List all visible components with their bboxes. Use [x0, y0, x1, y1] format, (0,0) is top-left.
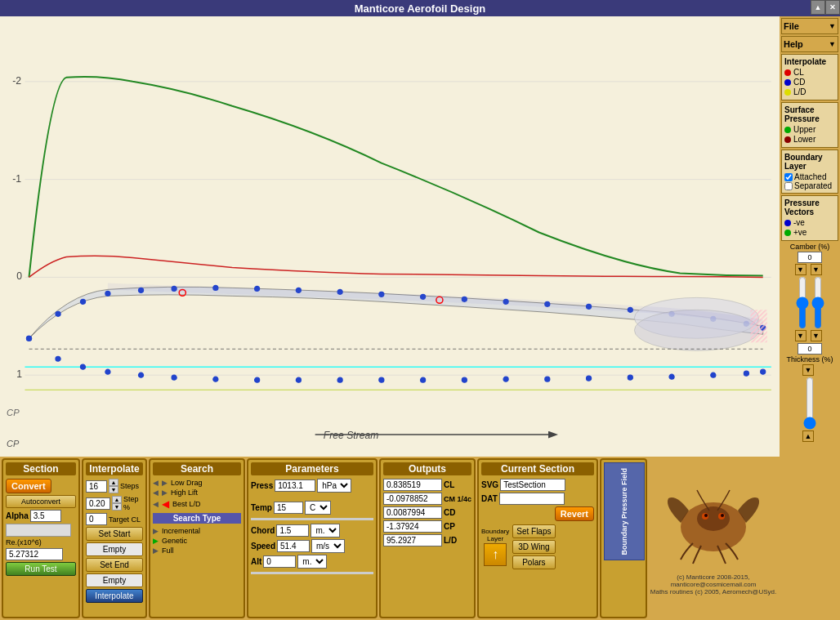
close-button[interactable]: ✕ [825, 0, 840, 15]
file-menu-button[interactable]: File ▼ [781, 18, 838, 34]
camber-down-btn[interactable]: ▼ [795, 264, 806, 275]
camber-slider2[interactable] [811, 276, 825, 329]
boundary-pressure-field-label: Boundary Pressure Field [620, 468, 628, 555]
svg-point-48 [587, 376, 592, 381]
svg-point-53 [761, 369, 766, 374]
alt-label: Alt [251, 557, 261, 566]
help-menu-button[interactable]: Help ▼ [781, 36, 838, 52]
alt-unit-select[interactable]: m. [297, 555, 327, 569]
svg-point-15 [105, 291, 110, 296]
temp-input[interactable] [274, 502, 303, 514]
cd-output-label: CD [444, 508, 455, 517]
pos-legend-label: +ve [793, 228, 806, 237]
svg-point-50 [669, 374, 674, 379]
window-controls: ▲ ✕ [811, 0, 840, 15]
press-input[interactable] [275, 479, 315, 492]
section-panel: Section Convert Autoconvert Alpha Re.(x1… [2, 458, 80, 618]
copyright-label: (c) Manticore 2008-2015, [677, 573, 749, 581]
chord-unit-select[interactable]: m. [311, 524, 340, 537]
re-input[interactable] [6, 548, 63, 560]
svg-point-65 [697, 506, 730, 531]
set-end-button[interactable]: Set End [86, 558, 143, 572]
attached-checkbox[interactable] [784, 173, 793, 181]
pressure-vectors-legend: PressureVectors -ve +ve [781, 195, 838, 241]
set-start-button[interactable]: Set Start [86, 527, 143, 541]
run-test-button[interactable]: Run Test [6, 562, 76, 576]
speed-unit-select[interactable]: m/s [311, 539, 345, 553]
cd-dot [784, 79, 791, 86]
alpha-slider[interactable] [6, 524, 71, 537]
svg-text:CP: CP [7, 408, 20, 417]
full-label: Full [162, 546, 174, 555]
temp-unit-select[interactable]: C [305, 501, 331, 515]
empty2-button[interactable]: Empty [86, 573, 143, 587]
camber-right-down-btn[interactable]: ▼ [811, 264, 822, 275]
boundary-pressure-field-button[interactable]: Boundary Pressure Field [604, 462, 645, 560]
alpha-input[interactable] [30, 510, 61, 522]
empty1-button[interactable]: Empty [86, 542, 143, 556]
maximize-button[interactable]: ▲ [811, 0, 825, 15]
set-flaps-button[interactable]: Set Flaps [512, 524, 555, 538]
parameters-panel: Parameters Press hPa Temp C Chord m. [247, 458, 378, 618]
step-pct-up[interactable]: ▲ [112, 496, 122, 503]
boundary-layer-indicator: ↑ [484, 543, 507, 566]
dat-input[interactable] [499, 493, 565, 505]
alt-input[interactable] [263, 555, 296, 568]
steps-input[interactable] [86, 480, 107, 493]
convert-button[interactable]: Convert [6, 479, 51, 493]
cl-dot [784, 69, 791, 76]
pressure-vectors-title: PressureVectors [784, 198, 835, 216]
3d-wing-button[interactable]: 3D Wing [512, 540, 555, 554]
re-label: Re.(x10^6) [6, 538, 42, 546]
press-label: Press [251, 481, 273, 490]
current-section-title: Current Section [481, 462, 594, 475]
svg-point-47 [545, 377, 550, 381]
polars-button[interactable]: Polars [512, 555, 555, 569]
camber-slider[interactable] [795, 276, 810, 329]
alt-slider[interactable] [251, 572, 373, 574]
interpolate-button[interactable]: Interpolate [86, 589, 143, 603]
temp-slider[interactable] [251, 518, 373, 520]
autoconvert-button[interactable]: Autoconvert [6, 495, 76, 508]
pressure-field-panel: Boundary Pressure Field [600, 458, 647, 618]
email-label: manticore@cosmicemail.com [671, 581, 757, 588]
svg-input[interactable] [500, 479, 565, 491]
press-unit-select[interactable]: hPa [317, 479, 351, 493]
camber-value[interactable] [798, 252, 822, 263]
steps-down[interactable]: ▼ [109, 486, 118, 493]
boundary-layer-legend: BoundaryLayer Attached Separated [781, 149, 838, 194]
chord-label: Chord [251, 526, 275, 535]
svg-point-39 [213, 377, 218, 381]
cp-output [383, 520, 442, 533]
revert-button[interactable]: Revert [555, 506, 594, 521]
thickness-down-btn[interactable]: ▼ [802, 364, 814, 376]
cl-legend-label: CL [793, 68, 804, 77]
cp-output-label: CP [444, 522, 455, 531]
separated-checkbox[interactable] [784, 182, 793, 190]
speed-input[interactable] [277, 540, 310, 552]
target-cl-input[interactable] [86, 513, 107, 525]
thickness-slider[interactable] [802, 377, 817, 430]
steps-up[interactable]: ▲ [109, 479, 118, 486]
alpha-label: Alpha [6, 511, 29, 520]
svg-point-13 [56, 311, 60, 316]
svg-point-49 [628, 375, 632, 380]
svg-text:-1: -1 [12, 173, 21, 185]
camber-right-up-btn[interactable]: ▼ [811, 330, 822, 341]
step-pct-input[interactable] [86, 497, 110, 510]
svg-text:Free Stream: Free Stream [324, 430, 379, 441]
thickness-label: Thickness (%) [786, 355, 833, 364]
step-pct-down[interactable]: ▼ [112, 503, 122, 511]
svg-point-44 [421, 377, 426, 382]
best-ld-label: Best L/D [172, 500, 201, 508]
low-drag-label: Low Drag [171, 479, 203, 487]
svg-point-42 [337, 377, 342, 382]
svg-label: SVG [481, 480, 498, 489]
thickness-up-btn[interactable]: ▲ [802, 430, 814, 442]
svg-point-40 [255, 377, 260, 382]
camber-up-btn[interactable]: ▼ [795, 330, 806, 341]
thickness-slider-area: Thickness (%) ▼ ▲ [781, 343, 838, 442]
incremental-label: Incremental [162, 527, 200, 535]
chord-input[interactable] [276, 524, 309, 537]
thickness-value[interactable] [798, 343, 822, 355]
